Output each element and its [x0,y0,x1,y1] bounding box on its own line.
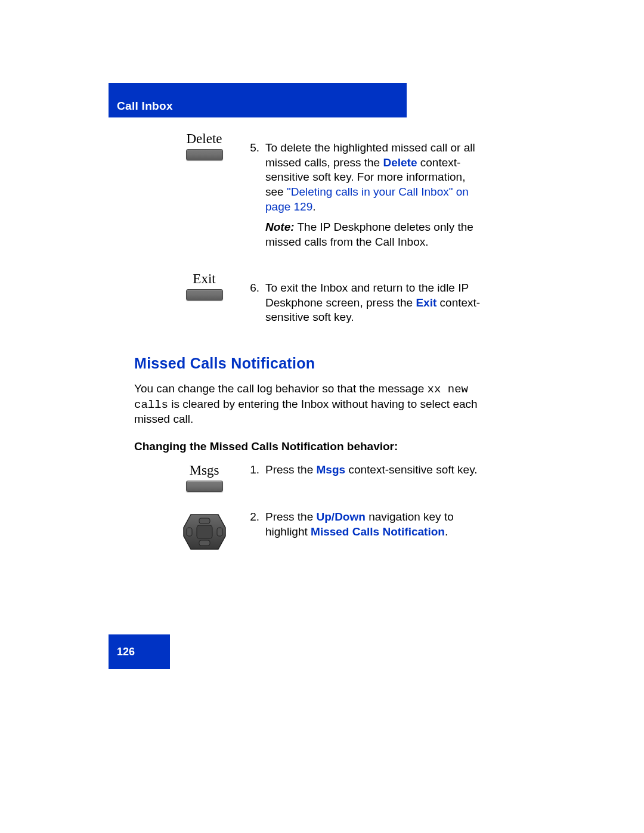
page-number: 126 [117,646,135,658]
exit-soft-key-icon [186,289,223,301]
section-heading: Missed Calls Notification [134,355,486,372]
footer-bar: 126 [109,634,170,669]
list-item: 1. Press the Msgs context-sensitive soft… [247,463,486,478]
key-term: Exit [416,296,436,309]
soft-key-label: Exit [193,271,215,287]
soft-key-label: Msgs [190,463,219,478]
list-item: 5. To delete the highlighted missed call… [247,141,486,250]
key-term: Up/Down [317,510,366,523]
step-text: 2. Press the Up/Down navigation key to h… [247,510,486,545]
list-item: 6. To exit the Inbox and return to the i… [247,281,486,325]
header-section-title: Call Inbox [117,100,173,113]
navigation-key-icon [181,512,228,552]
step-row: Exit 6. To exit the Inbox and return to … [134,271,486,331]
step-text: 5. To delete the highlighted missed call… [247,131,486,256]
key-column [134,510,247,552]
list-item: 2. Press the Up/Down navigation key to h… [247,510,486,539]
step-text: 6. To exit the Inbox and return to the i… [247,271,486,331]
page-content: Delete 5. To delete the highlighted miss… [134,125,486,567]
step-number: 5. [247,141,265,250]
key-column: Exit [134,271,247,301]
svg-rect-3 [199,540,210,546]
step-body: Press the Up/Down navigation key to high… [265,510,486,539]
step-row: 2. Press the Up/Down navigation key to h… [134,510,486,552]
svg-rect-4 [187,528,192,536]
svg-rect-1 [197,525,212,538]
step-body: To delete the highlighted missed call or… [265,141,486,250]
step-number: 1. [247,463,265,478]
step-number: 2. [247,510,265,539]
highlight-term: Missed Calls Notification [311,525,445,538]
svg-rect-2 [199,518,210,524]
delete-soft-key-icon [186,149,223,160]
step-number: 6. [247,281,265,325]
step-body: Press the Msgs context-sensitive soft ke… [265,463,486,478]
key-term: Delete [383,156,417,169]
step-row: Msgs 1. Press the Msgs context-sensitive… [134,463,486,492]
key-column: Msgs [134,463,247,492]
step-row: Delete 5. To delete the highlighted miss… [134,131,486,256]
cross-reference-link[interactable]: "Deleting calls in your Call Inbox" on p… [265,185,469,213]
msgs-soft-key-icon [186,481,223,492]
procedure-subheading: Changing the Missed Calls Notification b… [134,440,486,453]
step-text: 1. Press the Msgs context-sensitive soft… [247,463,486,484]
note-label: Note: [265,221,295,233]
soft-key-label: Delete [186,131,222,147]
header-bar: Call Inbox [109,83,407,117]
svg-rect-5 [217,528,222,536]
key-term: Msgs [317,463,346,476]
key-column: Delete [134,131,247,160]
note-body: The IP Deskphone deletes only the missed… [265,221,473,248]
step-body: To exit the Inbox and return to the idle… [265,281,486,325]
section-paragraph: You can change the call log behavior so … [134,382,486,427]
